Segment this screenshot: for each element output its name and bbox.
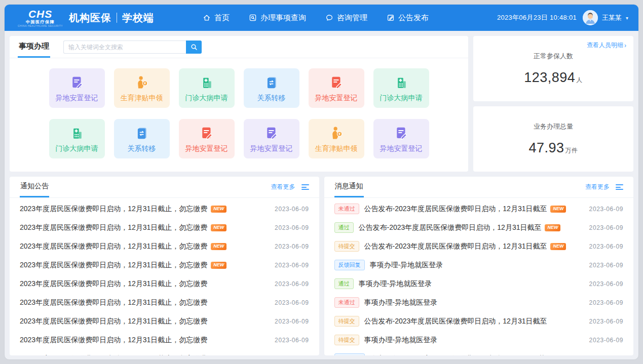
service-tile-label: 关系转移 <box>257 94 286 103</box>
service-tile-grid: 异地安置登记 ¥ 生育津贴申领 门诊大病申请 关系转移 异地安置登 <box>10 58 468 169</box>
user-name[interactable]: 王某某 <box>602 13 622 22</box>
message-row[interactable]: 反馈回复 公告发布-2023年度居民医保缴费即日启动，12月31日截至 2023… <box>324 349 634 355</box>
page-content: 事项办理 异地安置登记 <box>5 31 638 360</box>
notice-row[interactable]: 2023年度居民医保缴费即日启动，12月31日截止，勿忘缴费 2023-06-0… <box>10 349 319 355</box>
notice-row[interactable]: 2023年度居民医保缴费即日启动，12月31日截止，勿忘缴费 NEW 2023-… <box>10 218 319 237</box>
notice-text: 2023年度居民医保缴费即日启动，12月31日截止，勿忘缴费 <box>20 205 207 214</box>
notices-title: 通知公告 <box>20 177 49 197</box>
notice-text: 2023年度居民医保缴费即日启动，12月31日截止，勿忘缴费 <box>20 317 207 326</box>
notice-row[interactable]: 2023年度居民医保缴费即日启动，12月31日截止，勿忘缴费 2023-06-0… <box>10 293 319 312</box>
message-row[interactable]: 通过 事项办理-异地就医登录 2023-06-09 <box>324 274 634 293</box>
message-text: 公告发布-2023年度居民医保缴费即日启动，12月31日截至 <box>364 317 547 326</box>
service-tile-label: 异地安置登记 <box>380 144 423 153</box>
notice-text: 2023年度居民医保缴费即日启动，12月31日截止，勿忘缴费 <box>20 223 207 232</box>
services-search <box>63 41 202 54</box>
message-row[interactable]: 反馈回复 事项办理-异地就医登录 2023-06-09 <box>324 256 634 274</box>
stat-unit: 人 <box>576 76 583 84</box>
notice-row[interactable]: 2023年度居民医保缴费即日启动，12月31日截止，勿忘缴费 NEW 2023-… <box>10 199 319 218</box>
service-tile[interactable]: 门诊大病申请 <box>373 68 429 108</box>
nav-item[interactable]: 首页 <box>203 13 230 23</box>
stat-card: 业务办理总量 47.93万件 <box>473 106 633 172</box>
query-search-icon <box>249 14 257 22</box>
service-tile[interactable]: 异地安置登记 <box>373 119 429 158</box>
notice-date: 2023-06-09 <box>269 299 309 306</box>
service-tile-label: 门诊大病申请 <box>185 94 228 103</box>
new-badge: NEW <box>211 224 226 231</box>
service-tile[interactable]: 门诊大病申请 <box>179 68 235 108</box>
transfer-icon <box>264 74 279 91</box>
service-tile[interactable]: 关系转移 <box>114 119 170 158</box>
service-tile-label: 异地安置登记 <box>56 94 98 103</box>
transfer-icon <box>134 125 149 142</box>
nav-item[interactable]: 公告发布 <box>387 13 429 23</box>
service-tile[interactable]: 异地安置登记 <box>179 119 235 158</box>
notice-text: 2023年度居民医保缴费即日启动，12月31日截止，勿忘缴费 <box>20 279 207 289</box>
maternity-allowance-icon: ¥ <box>328 125 345 142</box>
search-button[interactable] <box>186 41 202 54</box>
messages-list: 未通过 公告发布-2023年度居民医保缴费即日启动，12月31日截至 NEW 2… <box>324 198 634 355</box>
service-tile-label: 生育津贴申领 <box>315 144 358 153</box>
list-menu-icon[interactable] <box>616 184 623 190</box>
new-badge: NEW <box>550 243 566 250</box>
logo-text: CHS <box>28 9 52 19</box>
service-tile[interactable]: ¥ 生育津贴申领 <box>114 68 170 108</box>
message-row[interactable]: 待提交 公告发布-2023年度居民医保缴费即日启动，12月31日截至 2023-… <box>324 312 634 331</box>
message-row[interactable]: 待提交 事项办理-异地就医登录 2023-06-09 <box>324 331 634 349</box>
notice-row[interactable]: 2023年度居民医保缴费即日启动，12月31日截止，勿忘缴费 2023-06-0… <box>10 274 319 293</box>
user-avatar[interactable] <box>583 10 598 25</box>
service-tile[interactable]: 异地安置登记 <box>244 119 299 158</box>
message-row[interactable]: 未通过 事项办理-异地就医登录 2023-06-09 <box>324 293 634 312</box>
status-badge: 待提交 <box>334 316 359 327</box>
chevron-down-icon[interactable]: ▾ <box>626 15 628 21</box>
service-tile-label: 门诊大病申请 <box>380 94 423 103</box>
title-divider <box>117 13 117 23</box>
message-date: 2023-06-09 <box>583 262 623 269</box>
new-badge: NEW <box>211 262 226 269</box>
service-tile[interactable]: 门诊大病申请 <box>49 119 105 158</box>
hospital-icon <box>394 74 409 91</box>
notices-more-link[interactable]: 查看更多 <box>271 183 295 191</box>
notice-text: 2023年度居民医保缴费即日启动，12月31日截止，勿忘缴费 <box>20 298 207 307</box>
main-nav: 首页 办理事项查询 咨询管理 公告发布 <box>203 13 429 23</box>
message-text: 公告发布-2023年度居民医保缴费即日启动，12月31日截至 <box>370 354 553 356</box>
service-tile-label: 关系转移 <box>128 144 156 153</box>
services-header: 事项办理 <box>10 36 468 58</box>
notice-row[interactable]: 2023年度居民医保缴费即日启动，12月31日截止，勿忘缴费 NEW 2023-… <box>10 256 319 274</box>
logo-cn-text: 中国医疗保障 <box>26 20 55 24</box>
status-badge: 反馈回复 <box>334 353 365 355</box>
message-row[interactable]: 通过 公告发布-2023年度居民医保缴费即日启动，12月31日截至 NEW 20… <box>324 218 634 237</box>
app-title-main: 机构医保 <box>69 11 111 25</box>
message-row[interactable]: 待提交 公告发布-2023年度居民医保缴费即日启动，12月31日截至 NEW 2… <box>324 237 634 256</box>
messages-panel: 消息通知 查看更多 未通过 公告发布-2023年度居民医保缴费即日启动，12月3… <box>324 177 634 355</box>
status-badge: 通过 <box>334 222 354 233</box>
search-input[interactable] <box>63 41 186 54</box>
brand: CHS 中国医疗保障 CHINA HEALTHCARE SECURITY 机构医… <box>5 9 154 27</box>
chs-logo: CHS 中国医疗保障 CHINA HEALTHCARE SECURITY <box>18 9 63 27</box>
notice-row[interactable]: 2023年度居民医保缴费即日启动，12月31日截止，勿忘缴费 2023-06-0… <box>10 312 319 331</box>
message-row[interactable]: 未通过 公告发布-2023年度居民医保缴费即日启动，12月31日截至 NEW 2… <box>324 199 634 218</box>
document-pen-icon <box>264 125 279 142</box>
chat-bubble-icon <box>325 14 333 22</box>
message-text: 公告发布-2023年度居民医保缴费即日启动，12月31日截至 <box>364 205 547 214</box>
notice-row[interactable]: 2023年度居民医保缴费即日启动，12月31日截止，勿忘缴费 NEW 2023-… <box>10 237 319 256</box>
message-text: 公告发布-2023年度居民医保缴费即日启动，12月31日截至 <box>359 223 542 232</box>
notice-date: 2023-06-09 <box>269 224 309 231</box>
service-tile[interactable]: ¥ 生育津贴申领 <box>309 119 364 158</box>
message-date: 2023-06-09 <box>583 318 623 325</box>
list-menu-icon[interactable] <box>301 184 309 190</box>
notice-text: 2023年度居民医保缴费即日启动，12月31日截止，勿忘缴费 <box>20 354 207 356</box>
service-tile[interactable]: 异地安置登记 <box>49 68 105 108</box>
view-detail-link[interactable]: 查看人员明细› <box>587 41 626 50</box>
message-text: 事项办理-异地就医登录 <box>370 261 443 270</box>
service-tile[interactable]: 关系转移 <box>244 68 299 108</box>
nav-item[interactable]: 咨询管理 <box>325 13 367 23</box>
messages-more-link[interactable]: 查看更多 <box>585 183 610 191</box>
notice-row[interactable]: 2023年度居民医保缴费即日启动，12月31日截止，勿忘缴费 2023-06-0… <box>10 331 319 349</box>
notice-date: 2023-06-09 <box>269 318 309 325</box>
notices-header: 通知公告 查看更多 <box>10 177 319 198</box>
top-header-bar: CHS 中国医疗保障 CHINA HEALTHCARE SECURITY 机构医… <box>5 5 638 31</box>
notice-date: 2023-06-09 <box>269 337 309 344</box>
service-tile[interactable]: 异地安置登记 <box>309 68 364 108</box>
nav-item[interactable]: 办理事项查询 <box>249 13 306 23</box>
message-date: 2023-06-09 <box>583 243 623 250</box>
